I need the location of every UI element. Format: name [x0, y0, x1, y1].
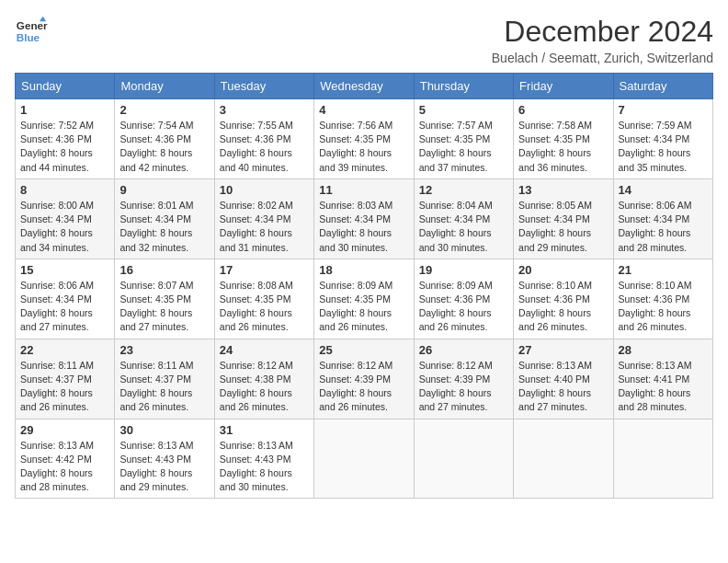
day-info: Sunrise: 8:12 AM Sunset: 4:39 PM Dayligh… — [319, 359, 408, 415]
day-number: 25 — [319, 343, 408, 357]
day-info: Sunrise: 8:13 AM Sunset: 4:42 PM Dayligh… — [20, 439, 109, 495]
calendar-cell: 7 Sunrise: 7:59 AM Sunset: 4:34 PM Dayli… — [613, 99, 712, 179]
calendar-cell — [314, 419, 414, 499]
calendar-cell: 5 Sunrise: 7:57 AM Sunset: 4:35 PM Dayli… — [414, 99, 513, 179]
day-info: Sunrise: 8:11 AM Sunset: 4:37 PM Dayligh… — [20, 359, 109, 415]
day-info: Sunrise: 8:11 AM Sunset: 4:37 PM Dayligh… — [119, 359, 209, 415]
calendar-cell: 27 Sunrise: 8:13 AM Sunset: 4:40 PM Dayl… — [514, 339, 613, 419]
day-info: Sunrise: 8:08 AM Sunset: 4:35 PM Dayligh… — [220, 279, 309, 335]
day-number: 5 — [419, 103, 508, 117]
day-number: 15 — [20, 263, 109, 277]
day-number: 14 — [619, 183, 708, 197]
logo: General Blue — [15, 15, 48, 48]
calendar-cell: 25 Sunrise: 8:12 AM Sunset: 4:39 PM Dayl… — [314, 339, 414, 419]
day-number: 21 — [619, 263, 708, 277]
calendar-cell: 28 Sunrise: 8:13 AM Sunset: 4:41 PM Dayl… — [613, 339, 712, 419]
calendar-header-saturday: Saturday — [613, 74, 712, 99]
day-number: 30 — [119, 423, 209, 437]
calendar-header-wednesday: Wednesday — [314, 74, 414, 99]
day-number: 23 — [119, 343, 209, 357]
location: Buelach / Seematt, Zurich, Switzerland — [492, 51, 713, 65]
calendar-cell — [514, 419, 613, 499]
calendar-cell: 15 Sunrise: 8:06 AM Sunset: 4:34 PM Dayl… — [16, 259, 115, 339]
calendar-cell: 13 Sunrise: 8:05 AM Sunset: 4:34 PM Dayl… — [514, 178, 613, 259]
day-number: 7 — [619, 103, 708, 117]
day-number: 29 — [20, 423, 109, 437]
day-number: 24 — [220, 343, 309, 357]
svg-text:Blue: Blue — [17, 31, 40, 43]
calendar-cell: 8 Sunrise: 8:00 AM Sunset: 4:34 PM Dayli… — [16, 178, 115, 259]
calendar-table: SundayMondayTuesdayWednesdayThursdayFrid… — [15, 73, 713, 499]
day-info: Sunrise: 8:12 AM Sunset: 4:39 PM Dayligh… — [419, 359, 508, 415]
day-number: 17 — [220, 263, 309, 277]
calendar-cell — [613, 419, 712, 499]
calendar-header-monday: Monday — [115, 74, 214, 99]
calendar-week-row: 22 Sunrise: 8:11 AM Sunset: 4:37 PM Dayl… — [16, 339, 713, 419]
day-number: 19 — [419, 263, 508, 277]
day-info: Sunrise: 8:09 AM Sunset: 4:36 PM Dayligh… — [419, 279, 508, 335]
day-info: Sunrise: 7:56 AM Sunset: 4:35 PM Dayligh… — [319, 119, 408, 175]
day-info: Sunrise: 7:54 AM Sunset: 4:36 PM Dayligh… — [119, 119, 209, 175]
day-info: Sunrise: 8:04 AM Sunset: 4:34 PM Dayligh… — [419, 199, 508, 255]
calendar-cell: 2 Sunrise: 7:54 AM Sunset: 4:36 PM Dayli… — [115, 99, 214, 179]
day-info: Sunrise: 7:57 AM Sunset: 4:35 PM Dayligh… — [419, 119, 508, 175]
day-info: Sunrise: 8:01 AM Sunset: 4:34 PM Dayligh… — [119, 199, 209, 255]
day-number: 22 — [20, 343, 109, 357]
calendar-cell: 17 Sunrise: 8:08 AM Sunset: 4:35 PM Dayl… — [214, 259, 313, 339]
day-number: 31 — [220, 423, 309, 437]
calendar-cell: 21 Sunrise: 8:10 AM Sunset: 4:36 PM Dayl… — [613, 259, 712, 339]
calendar-cell: 3 Sunrise: 7:55 AM Sunset: 4:36 PM Dayli… — [214, 99, 313, 179]
logo-icon: General Blue — [15, 15, 48, 48]
calendar-cell: 18 Sunrise: 8:09 AM Sunset: 4:35 PM Dayl… — [314, 259, 414, 339]
calendar-cell: 12 Sunrise: 8:04 AM Sunset: 4:34 PM Dayl… — [414, 178, 513, 259]
day-number: 1 — [20, 103, 109, 117]
day-info: Sunrise: 8:05 AM Sunset: 4:34 PM Dayligh… — [518, 199, 608, 255]
calendar-header-row: SundayMondayTuesdayWednesdayThursdayFrid… — [16, 74, 713, 99]
calendar-cell: 26 Sunrise: 8:12 AM Sunset: 4:39 PM Dayl… — [414, 339, 513, 419]
day-info: Sunrise: 8:09 AM Sunset: 4:35 PM Dayligh… — [319, 279, 408, 335]
day-info: Sunrise: 7:59 AM Sunset: 4:34 PM Dayligh… — [619, 119, 708, 175]
day-info: Sunrise: 8:03 AM Sunset: 4:34 PM Dayligh… — [319, 199, 408, 255]
title-block: December 2024 Buelach / Seematt, Zurich,… — [492, 15, 713, 65]
day-number: 12 — [419, 183, 508, 197]
calendar-cell: 9 Sunrise: 8:01 AM Sunset: 4:34 PM Dayli… — [115, 178, 214, 259]
calendar-cell: 1 Sunrise: 7:52 AM Sunset: 4:36 PM Dayli… — [16, 99, 115, 179]
calendar-cell: 20 Sunrise: 8:10 AM Sunset: 4:36 PM Dayl… — [514, 259, 613, 339]
page-header: General Blue December 2024 Buelach / See… — [15, 15, 713, 65]
day-number: 3 — [220, 103, 309, 117]
calendar-cell: 16 Sunrise: 8:07 AM Sunset: 4:35 PM Dayl… — [115, 259, 214, 339]
day-info: Sunrise: 8:10 AM Sunset: 4:36 PM Dayligh… — [619, 279, 708, 335]
day-info: Sunrise: 8:10 AM Sunset: 4:36 PM Dayligh… — [518, 279, 608, 335]
day-number: 13 — [518, 183, 608, 197]
calendar-cell: 24 Sunrise: 8:12 AM Sunset: 4:38 PM Dayl… — [214, 339, 313, 419]
day-number: 8 — [20, 183, 109, 197]
calendar-cell: 30 Sunrise: 8:13 AM Sunset: 4:43 PM Dayl… — [115, 419, 214, 499]
day-number: 18 — [319, 263, 408, 277]
calendar-header-friday: Friday — [514, 74, 613, 99]
calendar-cell: 31 Sunrise: 8:13 AM Sunset: 4:43 PM Dayl… — [214, 419, 313, 499]
day-info: Sunrise: 8:00 AM Sunset: 4:34 PM Dayligh… — [20, 199, 109, 255]
day-info: Sunrise: 7:52 AM Sunset: 4:36 PM Dayligh… — [20, 119, 109, 175]
calendar-header-sunday: Sunday — [16, 74, 115, 99]
calendar-cell: 11 Sunrise: 8:03 AM Sunset: 4:34 PM Dayl… — [314, 178, 414, 259]
day-number: 26 — [419, 343, 508, 357]
day-number: 2 — [119, 103, 209, 117]
day-number: 9 — [119, 183, 209, 197]
calendar-cell: 6 Sunrise: 7:58 AM Sunset: 4:35 PM Dayli… — [514, 99, 613, 179]
day-info: Sunrise: 8:06 AM Sunset: 4:34 PM Dayligh… — [619, 199, 708, 255]
day-info: Sunrise: 8:06 AM Sunset: 4:34 PM Dayligh… — [20, 279, 109, 335]
calendar-cell: 29 Sunrise: 8:13 AM Sunset: 4:42 PM Dayl… — [16, 419, 115, 499]
day-number: 16 — [119, 263, 209, 277]
calendar-header-tuesday: Tuesday — [214, 74, 313, 99]
day-number: 4 — [319, 103, 408, 117]
day-info: Sunrise: 7:58 AM Sunset: 4:35 PM Dayligh… — [518, 119, 608, 175]
calendar-week-row: 8 Sunrise: 8:00 AM Sunset: 4:34 PM Dayli… — [16, 178, 713, 259]
calendar-week-row: 15 Sunrise: 8:06 AM Sunset: 4:34 PM Dayl… — [16, 259, 713, 339]
day-number: 6 — [518, 103, 608, 117]
day-info: Sunrise: 7:55 AM Sunset: 4:36 PM Dayligh… — [220, 119, 309, 175]
calendar-week-row: 1 Sunrise: 7:52 AM Sunset: 4:36 PM Dayli… — [16, 99, 713, 179]
calendar-cell: 22 Sunrise: 8:11 AM Sunset: 4:37 PM Dayl… — [16, 339, 115, 419]
calendar-cell — [414, 419, 513, 499]
calendar-cell: 4 Sunrise: 7:56 AM Sunset: 4:35 PM Dayli… — [314, 99, 414, 179]
calendar-cell: 10 Sunrise: 8:02 AM Sunset: 4:34 PM Dayl… — [214, 178, 313, 259]
